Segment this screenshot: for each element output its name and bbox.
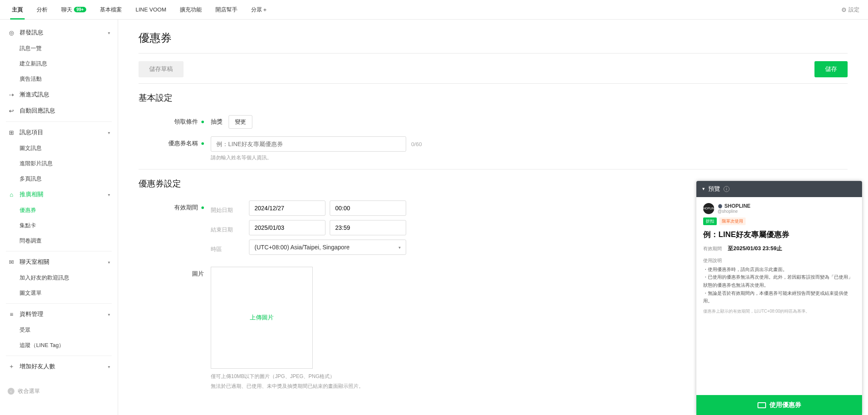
- sidebar-item-rich-msg[interactable]: 圖文訊息: [0, 141, 118, 156]
- end-date-input[interactable]: [249, 220, 325, 235]
- start-date-label: 開始日期: [211, 203, 245, 214]
- verified-badge-icon: [718, 203, 723, 209]
- database-icon: ≡: [8, 311, 15, 318]
- ticket-icon: [758, 402, 766, 408]
- timezone-select[interactable]: (UTC+08:00) Asia/Taipei, Singapore ▾: [249, 240, 406, 255]
- coupon-name-input[interactable]: [211, 136, 406, 152]
- sidebar-chatroom[interactable]: ✉聊天室相關 ▾: [0, 254, 118, 270]
- preview-title: 預覽: [708, 185, 720, 193]
- valid-value: 至2025/01/03 23:59止: [728, 245, 782, 252]
- preview-note: 優惠券上顯示的有效期間，以UTC+08:00的時區為基準。: [703, 308, 855, 314]
- tz-value: (UTC+08:00) Asia/Taipei, Singapore: [254, 244, 350, 251]
- tab-extensions[interactable]: 擴充功能: [173, 0, 209, 20]
- sidebar-item-video-msg[interactable]: 進階影片訊息: [0, 156, 118, 171]
- save-button[interactable]: 儲存: [814, 61, 848, 77]
- account-handle: @shopline: [718, 209, 750, 214]
- sidebar-auto-reply[interactable]: ↩自動回應訊息: [0, 103, 118, 119]
- required-dot: [201, 121, 204, 123]
- broadcast-icon: ◎: [8, 29, 15, 36]
- reply-icon: ↩: [8, 107, 15, 114]
- sidebar-collapse[interactable]: ‹ 收合選單: [0, 383, 118, 399]
- chat-unread-badge: 99+: [74, 7, 86, 12]
- name-label: 優惠券名稱: [168, 140, 198, 147]
- tab-segment[interactable]: 分眾＋: [244, 0, 274, 20]
- row-coupon-name: 優惠券名稱 0/60 請勿輸入姓名等個人資訊。: [139, 136, 848, 161]
- progressive-icon: ⇢: [8, 91, 15, 98]
- chevron-down-icon: ▾: [108, 260, 110, 265]
- preview-header[interactable]: ▾ 預覽 i: [696, 181, 862, 197]
- limit-badge: 限單次使用: [719, 217, 746, 225]
- required-dot: [201, 206, 204, 209]
- sidebar-broadcast[interactable]: ◎群發訊息 ▾: [0, 25, 118, 41]
- page-title: 優惠券: [139, 31, 848, 45]
- sidebar-item-multi-msg[interactable]: 多頁訊息: [0, 171, 118, 186]
- desc-text: ・使用優惠券時，請向店員出示此畫面。 ・已使用的優惠券無法再次使用。此外，若因顧…: [703, 265, 855, 305]
- sidebar-item-reward[interactable]: 集點卡: [0, 218, 118, 233]
- sidebar-msg-items[interactable]: ⊞訊息項目 ▾: [0, 124, 118, 141]
- upload-label: 上傳圖片: [250, 314, 274, 322]
- collapse-icon: ‹: [8, 388, 14, 395]
- tab-shop-helper[interactable]: 開店幫手: [209, 0, 244, 20]
- account-name: SHOPLINE: [724, 203, 750, 209]
- chevron-down-icon: ▾: [108, 192, 110, 197]
- preview-coupon-title: 例：LINE好友專屬優惠券: [703, 229, 855, 240]
- sidebar-item-messages[interactable]: 訊息一覽: [0, 41, 118, 56]
- action-row: 儲存草稿 儲存: [139, 61, 848, 77]
- chat-icon: ✉: [8, 259, 15, 265]
- char-counter: 0/60: [411, 141, 422, 147]
- sidebar-item-tracking[interactable]: 追蹤（LINE Tag）: [0, 338, 118, 353]
- sidebar-data[interactable]: ≡資料管理 ▾: [0, 306, 118, 322]
- end-time-input[interactable]: [330, 220, 406, 235]
- preview-badges: 折扣 限單次使用: [703, 217, 855, 225]
- sidebar-item-audience[interactable]: 受眾: [0, 322, 118, 338]
- use-coupon-label: 使用優惠券: [769, 401, 801, 409]
- chevron-down-icon: ▾: [702, 186, 705, 192]
- tab-profile[interactable]: 基本檔案: [93, 0, 129, 20]
- tab-home[interactable]: 主頁: [5, 0, 30, 20]
- use-coupon-button[interactable]: 使用優惠券: [696, 395, 862, 415]
- end-date-label: 結束日期: [211, 222, 245, 234]
- required-dot: [201, 142, 204, 145]
- sidebar-item-welcome[interactable]: 加入好友的歡迎訊息: [0, 270, 118, 285]
- discount-badge: 折扣: [703, 217, 717, 225]
- sidebar-promo[interactable]: ⌂推廣相關 ▾: [0, 186, 118, 203]
- name-hint: 請勿輸入姓名等個人資訊。: [211, 154, 848, 161]
- sidebar-gain-friends[interactable]: ＋增加好友人數 ▾: [0, 359, 118, 375]
- start-time-input[interactable]: [330, 200, 406, 216]
- claim-value: 抽獎: [211, 115, 223, 126]
- sidebar-item-ad[interactable]: 廣告活動: [0, 71, 118, 87]
- chevron-down-icon: ▾: [399, 245, 401, 250]
- shop-icon: ⌂: [8, 191, 15, 198]
- tz-label: 時區: [211, 242, 245, 253]
- claim-label: 領取條件: [174, 118, 198, 126]
- tab-chat[interactable]: 聊天 99+: [54, 0, 93, 20]
- settings-link[interactable]: ⚙ 設定: [841, 6, 863, 14]
- valid-label: 有效期間: [174, 204, 198, 212]
- row-claim: 領取條件 抽獎 變更: [139, 115, 848, 129]
- top-tabs: 主頁 分析 聊天 99+ 基本檔案 LINE VOOM 擴充功能 開店幫手 分眾…: [5, 0, 841, 20]
- sidebar-item-new-message[interactable]: 建立新訊息: [0, 56, 118, 71]
- basic-settings-title: 基本設定: [139, 92, 848, 104]
- info-icon: i: [724, 186, 729, 192]
- preview-body: SHOPLINE SHOPLINE @shopline 折扣 限單次使用 例：L…: [696, 197, 862, 319]
- upload-image-button[interactable]: 上傳圖片: [211, 267, 313, 369]
- change-button[interactable]: 變更: [229, 115, 252, 129]
- settings-label: 設定: [848, 6, 860, 14]
- sidebar: ◎群發訊息 ▾ 訊息一覽 建立新訊息 廣告活動 ⇢漸進式訊息 ↩自動回應訊息 ⊞…: [0, 20, 118, 415]
- tab-analytics[interactable]: 分析: [30, 0, 54, 20]
- image-label: 圖片: [192, 270, 204, 278]
- desc-label: 使用說明: [703, 257, 855, 264]
- start-date-input[interactable]: [249, 200, 325, 216]
- sidebar-progressive[interactable]: ⇢漸進式訊息: [0, 87, 118, 103]
- save-draft-button[interactable]: 儲存草稿: [139, 61, 184, 77]
- tab-voom[interactable]: LINE VOOM: [129, 0, 173, 20]
- sidebar-item-richmenu[interactable]: 圖文選單: [0, 285, 118, 301]
- sidebar-item-survey[interactable]: 問卷調查: [0, 233, 118, 248]
- preview-account: SHOPLINE SHOPLINE @shopline: [703, 203, 855, 214]
- chevron-down-icon: ▾: [108, 364, 110, 369]
- add-friend-icon: ＋: [8, 363, 15, 370]
- sidebar-item-coupon[interactable]: 優惠券: [0, 203, 118, 218]
- chevron-down-icon: ▾: [108, 312, 110, 317]
- avatar: SHOPLINE: [703, 203, 714, 214]
- preview-panel: ▾ 預覽 i SHOPLINE SHOPLINE @shopline 折扣 限單…: [696, 181, 862, 415]
